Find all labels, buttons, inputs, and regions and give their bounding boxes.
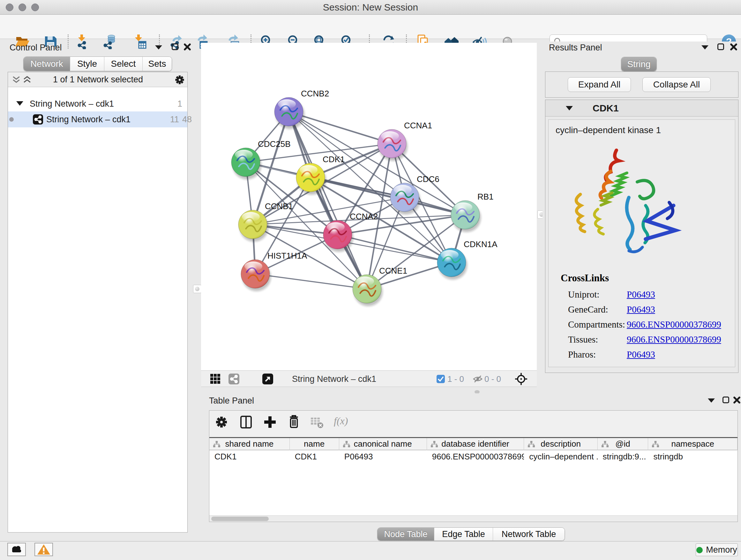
network-node-CDKN1A[interactable]: CDKN1A bbox=[437, 240, 497, 280]
panel-close-icon[interactable] bbox=[184, 44, 191, 51]
tab-edge-table[interactable]: Edge Table bbox=[434, 528, 493, 541]
collection-count: 1 bbox=[178, 96, 182, 111]
protein-section-header[interactable]: CDK1 bbox=[545, 100, 738, 117]
column-header-label: name bbox=[290, 438, 339, 449]
table-cell[interactable]: CDK1 bbox=[209, 450, 290, 462]
panel-close-icon[interactable] bbox=[730, 44, 737, 51]
warning-icon bbox=[35, 543, 52, 556]
column-header-name[interactable]: name bbox=[290, 438, 339, 450]
column-header-canonical-name[interactable]: canonical name bbox=[339, 438, 427, 450]
network-status-dot bbox=[9, 117, 14, 122]
node-table: shared namenamecanonical namedatabase id… bbox=[209, 437, 738, 516]
crosshair-icon[interactable] bbox=[515, 372, 528, 386]
network-node-CDC6[interactable]: CDC6 bbox=[390, 174, 440, 214]
network-tree: String Network – cdk1 1 String Network –… bbox=[8, 87, 187, 532]
hidden-eye-slash-icon[interactable] bbox=[473, 375, 482, 383]
scrollbar-thumb[interactable] bbox=[211, 516, 269, 521]
memory-button[interactable]: Memory bbox=[696, 543, 738, 556]
network-edge-HIST1H1A-CCNE1[interactable] bbox=[255, 274, 367, 289]
tab-style[interactable]: Style bbox=[70, 57, 105, 71]
network-label: String Network – cdk1 bbox=[46, 111, 131, 127]
delete-column-icon[interactable] bbox=[287, 415, 301, 429]
tab-node-table[interactable]: Node Table bbox=[378, 528, 434, 541]
tab-sets[interactable]: Sets bbox=[143, 57, 172, 71]
table-row[interactable]: CDK1CDK1P064939606.ENSP00000378699cyclin… bbox=[209, 450, 738, 462]
network-node-CCNA1[interactable]: CCNA1 bbox=[378, 121, 432, 161]
crosslink-link[interactable]: P06493 bbox=[627, 304, 655, 314]
column-header-database-identifier[interactable]: database identifier bbox=[427, 438, 524, 450]
crosslink-row: Compartments:9606.ENSP00000378699 bbox=[568, 319, 721, 334]
horizontal-scrollbar[interactable] bbox=[209, 515, 738, 522]
add-column-icon[interactable] bbox=[263, 415, 277, 429]
network-node-HIST1H1A[interactable]: HIST1H1A bbox=[241, 251, 307, 291]
panel-float-icon[interactable] bbox=[723, 396, 729, 403]
crosslink-label: Pharos: bbox=[568, 349, 627, 360]
table-panel-tabs: Node Table Edge Table Network Table bbox=[377, 527, 565, 541]
grid-view-icon[interactable] bbox=[210, 374, 221, 384]
panel-collapse-icon[interactable] bbox=[155, 45, 162, 50]
table-cell[interactable]: 9606.ENSP00000378699 bbox=[427, 450, 524, 462]
open-in-window-icon[interactable] bbox=[262, 374, 273, 384]
left-splitter-handle[interactable] bbox=[193, 285, 201, 293]
show-columns-icon[interactable] bbox=[239, 415, 253, 429]
tab-select[interactable]: Select bbox=[105, 57, 143, 71]
network-node-label: HIST1H1A bbox=[267, 251, 307, 260]
control-panel-title: Control Panel bbox=[10, 43, 62, 53]
tree-expander-icon[interactable] bbox=[16, 101, 23, 106]
crosslink-label: GeneCard: bbox=[568, 304, 627, 315]
network-node-label: CDK1 bbox=[323, 154, 345, 164]
network-node-CCNE1[interactable]: CCNE1 bbox=[353, 266, 407, 306]
column-header-label: shared name bbox=[209, 438, 289, 449]
table-cell[interactable]: P06493 bbox=[339, 450, 427, 462]
selected-checkbox-icon[interactable] bbox=[436, 375, 445, 383]
results-panel-tabs: String bbox=[621, 57, 657, 71]
network-edge-CDK1-RB1[interactable] bbox=[311, 178, 465, 215]
section-expander-icon[interactable] bbox=[566, 106, 573, 111]
window-title: Session: New Session bbox=[0, 0, 741, 15]
column-header-label: description bbox=[524, 438, 597, 449]
table-gear-icon[interactable] bbox=[215, 416, 228, 428]
table-cell[interactable]: cyclin–dependent ... bbox=[524, 450, 597, 462]
crosslink-link[interactable]: P06493 bbox=[627, 349, 655, 360]
expand-all-button[interactable]: Expand All bbox=[568, 77, 631, 92]
column-header-description[interactable]: description bbox=[524, 438, 597, 450]
table-cell[interactable]: CDK1 bbox=[290, 450, 339, 462]
crosslink-link[interactable]: P06493 bbox=[627, 289, 655, 300]
column-header-namespace[interactable]: namespace bbox=[648, 438, 738, 450]
cloud-button[interactable] bbox=[7, 543, 26, 556]
network-edge-CCNB2-RB1[interactable] bbox=[289, 112, 465, 215]
network-row-selected[interactable]: String Network – cdk1 11 48 bbox=[8, 111, 187, 127]
network-node-label: RB1 bbox=[477, 192, 494, 201]
gear-icon[interactable] bbox=[175, 75, 185, 85]
panel-float-icon[interactable] bbox=[718, 44, 724, 50]
tab-string[interactable]: String bbox=[621, 57, 657, 71]
tab-network[interactable]: Network bbox=[23, 57, 70, 71]
panel-collapse-icon[interactable] bbox=[708, 398, 715, 402]
network-node-RB1[interactable]: RB1 bbox=[451, 192, 494, 232]
network-view-toolbar: String Network – cdk1 1 - 0 0 - 0 bbox=[201, 370, 537, 387]
collection-label: String Network – cdk1 bbox=[30, 96, 114, 111]
share-view-icon[interactable] bbox=[228, 374, 239, 384]
crosslinks-heading: CrossLinks bbox=[561, 272, 609, 284]
network-node-label: CCNA1 bbox=[404, 121, 432, 130]
table-cell[interactable]: stringdb bbox=[649, 450, 738, 462]
network-collection-row[interactable]: String Network – cdk1 1 bbox=[8, 96, 187, 111]
network-view-title: String Network – cdk1 bbox=[292, 371, 376, 387]
panel-collapse-icon[interactable] bbox=[701, 45, 709, 50]
network-edge-CCNB2-CCNE1[interactable] bbox=[289, 112, 367, 289]
network-canvas[interactable]: CCNB2CCNA1CDC25BCDK1CDC6RB1CCNB1CCNA2CDK… bbox=[201, 43, 537, 370]
collapse-all-button[interactable]: Collapse All bbox=[643, 77, 711, 92]
column-header-label: database identifier bbox=[427, 438, 524, 449]
crosslink-link[interactable]: 9606.ENSP00000378699 bbox=[627, 319, 721, 329]
crosslink-link[interactable]: 9606.ENSP00000378699 bbox=[627, 334, 721, 345]
column-header-shared-name[interactable]: shared name bbox=[209, 438, 290, 450]
tab-network-table[interactable]: Network Table bbox=[493, 528, 564, 541]
panel-close-icon[interactable] bbox=[733, 396, 740, 403]
network-node-CCNB2[interactable]: CCNB2 bbox=[274, 89, 329, 129]
column-header--id[interactable]: @id bbox=[598, 438, 649, 450]
warning-button[interactable] bbox=[35, 543, 53, 556]
panel-float-icon[interactable] bbox=[172, 44, 179, 50]
table-container: f(x) shared namenamecanonical namedataba… bbox=[209, 410, 738, 522]
table-cell[interactable]: stringdb:9... bbox=[598, 450, 649, 462]
control-panel-tabs: Network Style Select Sets bbox=[23, 57, 172, 71]
